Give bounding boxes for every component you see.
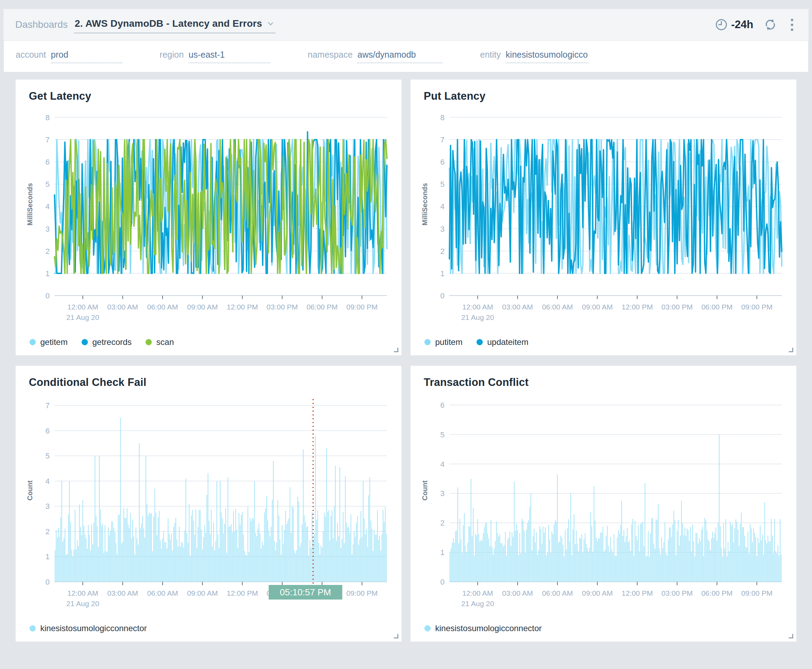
refresh-icon <box>764 18 777 31</box>
time-range-control[interactable]: -24h <box>715 18 753 31</box>
svg-text:2: 2 <box>440 519 445 527</box>
svg-text:06:00 AM: 06:00 AM <box>147 589 178 597</box>
svg-text:09:00 PM: 09:00 PM <box>346 303 378 311</box>
svg-text:6: 6 <box>45 427 50 435</box>
transaction-conflict-chart[interactable]: 0123456Count12:00 AM21 Aug 2003:00 AM06:… <box>420 392 787 619</box>
svg-text:1: 1 <box>440 269 445 278</box>
svg-text:7: 7 <box>45 401 50 410</box>
svg-text:12:00 AM: 12:00 AM <box>462 589 493 597</box>
svg-text:12:00 PM: 12:00 PM <box>227 303 258 311</box>
panel-resize-handle[interactable] <box>789 634 793 639</box>
svg-text:21 Aug 20: 21 Aug 20 <box>461 313 494 321</box>
legend-item-putitem[interactable]: putitem <box>424 337 462 347</box>
svg-text:09:00 AM: 09:00 AM <box>187 589 218 597</box>
dashboard-page: Dashboards 2. AWS DynamoDB - Latency and… <box>0 0 812 669</box>
svg-text:5: 5 <box>440 180 445 188</box>
legend-label: scan <box>156 337 174 347</box>
svg-text:12:00 AM: 12:00 AM <box>67 303 98 311</box>
svg-text:1: 1 <box>45 552 50 561</box>
legend: getitemgetrecordsscan <box>25 333 392 350</box>
filter-label: region <box>160 50 184 60</box>
svg-text:09:00 PM: 09:00 PM <box>346 589 378 597</box>
legend-swatch <box>30 339 36 345</box>
svg-text:12:00 PM: 12:00 PM <box>622 303 653 311</box>
legend-item-scan[interactable]: scan <box>146 337 174 347</box>
svg-text:Count: Count <box>26 481 34 501</box>
legend-item-getrecords[interactable]: getrecords <box>82 337 132 347</box>
svg-text:21 Aug 20: 21 Aug 20 <box>66 313 99 321</box>
svg-text:2: 2 <box>440 247 445 255</box>
chart-svg: 012345678MilliSeconds12:00 AM21 Aug 2003… <box>25 106 392 331</box>
time-range-label: -24h <box>731 18 753 31</box>
svg-text:Count: Count <box>421 481 429 501</box>
filter-value[interactable]: aws/dynamodb <box>357 50 442 63</box>
svg-text:3: 3 <box>45 502 50 511</box>
svg-text:0: 0 <box>440 578 445 586</box>
chart-svg: 01234567Count12:00 AM21 Aug 2003:00 AM06… <box>25 392 392 617</box>
svg-text:5: 5 <box>440 430 445 439</box>
legend-label: getrecords <box>92 337 132 347</box>
legend: putitemupdateitem <box>420 333 787 350</box>
svg-text:MilliSeconds: MilliSeconds <box>421 183 429 225</box>
legend-swatch <box>146 339 152 345</box>
legend: kinesistosumologicconnector <box>420 619 787 637</box>
svg-text:09:00 PM: 09:00 PM <box>741 589 772 597</box>
filter-region: regionus-east-1 <box>160 50 271 63</box>
svg-text:09:00 AM: 09:00 AM <box>582 303 613 311</box>
clock-icon <box>715 18 728 31</box>
panel-put-latency: Put Latency 012345678MilliSeconds12:00 A… <box>410 79 797 356</box>
panel-resize-handle[interactable] <box>394 634 398 639</box>
panel-resize-handle[interactable] <box>789 348 793 352</box>
crosshair-tooltip-label: 05:10:57 PM <box>280 587 331 597</box>
filter-value[interactable]: prod <box>51 50 122 63</box>
svg-text:12:00 AM: 12:00 AM <box>67 589 98 597</box>
get-latency-chart[interactable]: 012345678MilliSeconds12:00 AM21 Aug 2003… <box>25 106 392 333</box>
panel-resize-handle[interactable] <box>394 348 398 352</box>
filter-label: account <box>16 50 46 60</box>
svg-text:12:00 AM: 12:00 AM <box>462 303 493 311</box>
svg-text:06:00 PM: 06:00 PM <box>701 303 733 311</box>
svg-text:0: 0 <box>440 291 445 300</box>
filter-value[interactable]: kinesistosumologicconnector <box>506 50 588 63</box>
put-latency-chart[interactable]: 012345678MilliSeconds12:00 AM21 Aug 2003… <box>420 106 787 333</box>
refresh-button[interactable] <box>764 18 777 31</box>
kebab-menu-icon[interactable] <box>787 17 797 32</box>
legend-label: putitem <box>435 337 462 347</box>
legend-label: getitem <box>40 337 68 347</box>
legend-item-kinesistosumologicconnector[interactable]: kinesistosumologicconnector <box>30 624 147 633</box>
svg-text:09:00 AM: 09:00 AM <box>187 303 218 311</box>
svg-text:1: 1 <box>45 269 50 278</box>
panel-title: Get Latency <box>29 90 392 103</box>
filter-label: namespace <box>308 50 353 60</box>
svg-text:06:00 AM: 06:00 AM <box>542 303 573 311</box>
svg-text:09:00 AM: 09:00 AM <box>582 589 613 597</box>
legend-swatch <box>30 625 36 632</box>
legend-item-updateitem[interactable]: updateitem <box>476 337 529 347</box>
legend-item-kinesistosumologicconnector[interactable]: kinesistosumologicconnector <box>424 624 542 633</box>
svg-text:2: 2 <box>45 247 50 255</box>
conditional-check-fail-chart[interactable]: 01234567Count12:00 AM21 Aug 2003:00 AM06… <box>25 392 392 619</box>
legend-swatch <box>476 339 483 345</box>
svg-text:06:00 PM: 06:00 PM <box>701 589 733 597</box>
panels-grid: Get Latency 012345678MilliSeconds12:00 A… <box>3 72 809 642</box>
chart-svg: 012345678MilliSeconds12:00 AM21 Aug 2003… <box>420 106 787 331</box>
legend-item-getitem[interactable]: getitem <box>30 337 68 347</box>
svg-text:03:00 PM: 03:00 PM <box>662 303 693 311</box>
svg-text:4: 4 <box>440 460 445 469</box>
svg-text:12:00 PM: 12:00 PM <box>227 589 258 597</box>
svg-text:1: 1 <box>440 548 445 557</box>
svg-text:21 Aug 20: 21 Aug 20 <box>66 600 99 607</box>
breadcrumb[interactable]: Dashboards <box>15 19 68 30</box>
filter-value[interactable]: us-east-1 <box>188 50 270 63</box>
svg-text:12:00 PM: 12:00 PM <box>622 589 653 597</box>
filter-bar: accountprodregionus-east-1namespaceaws/d… <box>3 40 809 72</box>
svg-text:06:00 AM: 06:00 AM <box>147 303 178 311</box>
svg-text:6: 6 <box>440 158 445 166</box>
svg-text:5: 5 <box>45 452 50 460</box>
legend-swatch <box>82 339 88 345</box>
dashboard-title-selector[interactable]: 2. AWS DynamoDB - Latency and Errors <box>74 16 276 34</box>
svg-text:03:00 AM: 03:00 AM <box>502 589 533 597</box>
svg-text:03:00 PM: 03:00 PM <box>662 589 693 597</box>
svg-text:06:00 AM: 06:00 AM <box>542 589 573 597</box>
legend-label: updateitem <box>487 337 529 347</box>
